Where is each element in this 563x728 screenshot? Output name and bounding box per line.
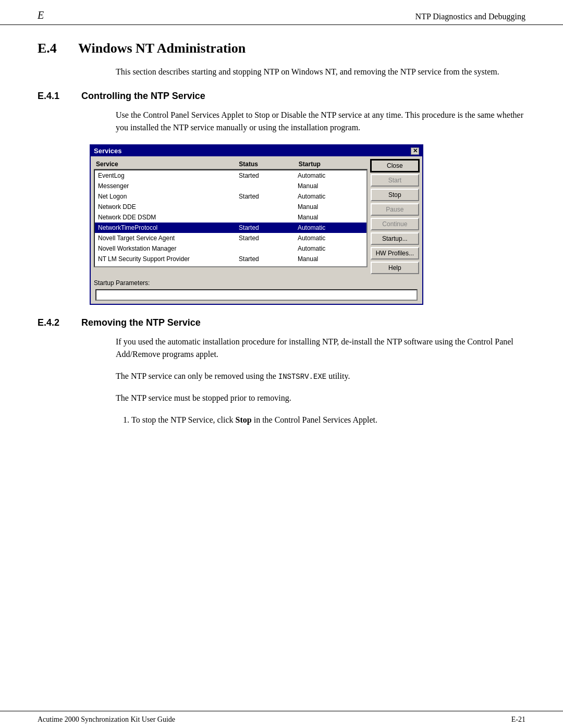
continue-button[interactable]: Continue bbox=[371, 218, 419, 230]
list-item[interactable]: pcANYWHERE Host Service Manual bbox=[95, 264, 366, 267]
stop-button[interactable]: Stop bbox=[371, 189, 419, 201]
dialog-close-button[interactable]: ✕ bbox=[411, 147, 419, 155]
dialog-footer: Startup Parameters: bbox=[91, 277, 422, 304]
subsection-e42-title: Removing the NTP Service bbox=[81, 317, 201, 328]
subsection-e42-number: E.4.2 bbox=[38, 317, 74, 328]
col-header-status: Status bbox=[237, 159, 297, 169]
list-item-1-post: in the Control Panel Services Applet. bbox=[252, 415, 377, 424]
page-content: E.4 Windows NT Administration This secti… bbox=[0, 25, 563, 452]
startup-params-label: Startup Parameters: bbox=[94, 279, 419, 287]
startup-button[interactable]: Startup... bbox=[371, 232, 419, 245]
col-header-service: Service bbox=[94, 159, 237, 169]
subsection-e41-title: Controlling the NTP Service bbox=[81, 91, 205, 102]
section-number: E.4 bbox=[38, 41, 69, 56]
list-item-1-pre: To stop the NTP Service, click bbox=[131, 415, 236, 424]
dialog-title: Services bbox=[94, 147, 122, 155]
header-section-letter: E bbox=[38, 9, 44, 21]
page-footer: Acutime 2000 Synchronization Kit User Gu… bbox=[0, 711, 563, 728]
list-item[interactable]: Network DDE DSDM Manual bbox=[95, 212, 366, 223]
pause-button[interactable]: Pause bbox=[371, 203, 419, 216]
footer-left: Acutime 2000 Synchronization Kit User Gu… bbox=[38, 715, 175, 724]
section-name: Windows NT Administration bbox=[78, 41, 246, 56]
dialog-titlebar: Services ✕ bbox=[91, 145, 422, 156]
start-button[interactable]: Start bbox=[371, 174, 419, 187]
subsection-e42-body2: The NTP service can only be removed usin… bbox=[116, 370, 525, 382]
col-header-startup: Startup bbox=[297, 159, 368, 169]
subsection-e42-header: E.4.2 Removing the NTP Service bbox=[38, 317, 525, 328]
list-header: Service Status Startup bbox=[94, 159, 368, 169]
section-e4-title: E.4 Windows NT Administration bbox=[38, 41, 525, 56]
list-item[interactable]: Net Logon Started Automatic bbox=[95, 191, 366, 202]
close-button[interactable]: Close bbox=[371, 159, 419, 172]
services-dialog: Services ✕ Service Status Startup EventL… bbox=[90, 144, 423, 305]
subsection-e41-header: E.4.1 Controlling the NTP Service bbox=[38, 91, 525, 102]
list-item[interactable]: Novell Workstation Manager Automatic bbox=[95, 243, 366, 254]
subsection-e41-number: E.4.1 bbox=[38, 91, 74, 102]
list-item[interactable]: Messenger Manual bbox=[95, 181, 366, 191]
list-item[interactable]: EventLog Started Automatic bbox=[95, 170, 366, 181]
page-header: E NTP Diagnostics and Debugging bbox=[0, 0, 563, 25]
dialog-list-area: Service Status Startup EventLog Started … bbox=[94, 159, 368, 274]
subsection-e42-body3: The NTP service must be stopped prior to… bbox=[116, 392, 525, 404]
list-item-1-bold: Stop bbox=[236, 415, 252, 424]
header-title: NTP Diagnostics and Debugging bbox=[415, 12, 525, 21]
help-button[interactable]: Help bbox=[371, 262, 419, 274]
services-listbox[interactable]: EventLog Started Automatic Messenger Man… bbox=[94, 169, 368, 267]
footer-right: E-21 bbox=[511, 715, 525, 724]
list-item-selected[interactable]: NetworkTimeProtocol Started Automatic bbox=[95, 223, 366, 233]
hw-profiles-button[interactable]: HW Profiles... bbox=[371, 247, 419, 260]
dialog-button-panel: Close Start Stop Pause Continue Startup.… bbox=[371, 159, 419, 274]
list-item-1: To stop the NTP Service, click Stop in t… bbox=[131, 414, 525, 426]
dialog-body: Service Status Startup EventLog Started … bbox=[91, 156, 422, 277]
numbered-list: To stop the NTP Service, click Stop in t… bbox=[131, 414, 525, 426]
list-item[interactable]: NT LM Security Support Provider Started … bbox=[95, 254, 366, 264]
subsection-e41-body: Use the Control Panel Services Applet to… bbox=[116, 109, 525, 134]
subsection-e42-body1: If you used the automatic installation p… bbox=[116, 336, 525, 361]
section-intro: This section describes starting and stop… bbox=[116, 66, 525, 78]
list-item[interactable]: Novell Target Service Agent Started Auto… bbox=[95, 233, 366, 243]
list-item[interactable]: Network DDE Manual bbox=[95, 202, 366, 212]
instsrv-mono: INSTSRV.EXE bbox=[278, 373, 326, 381]
startup-params-input[interactable] bbox=[95, 289, 418, 301]
